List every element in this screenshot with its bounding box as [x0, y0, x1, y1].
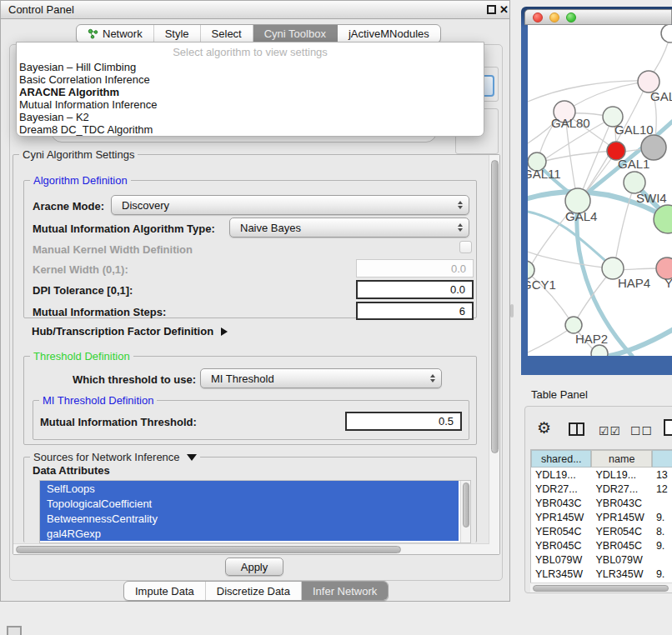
tab-style-label: Style	[165, 28, 189, 40]
bottom-tabbar: Impute Data Discretize Data Infer Networ…	[123, 581, 389, 601]
gear-icon[interactable]: ⚙	[537, 420, 551, 436]
tab-jactivemnodules-label: jActiveMNodules	[349, 28, 429, 40]
network-graph: GAL GAL80 GAL10 GAL1 GAL11 SWI4 GAL4 GCY…	[528, 25, 672, 356]
sources-group-title: Sources for Network Inference	[33, 451, 180, 463]
control-panel-titlebar[interactable]: Control Panel ✕	[1, 1, 509, 19]
network-canvas[interactable]: GAL GAL80 GAL10 GAL1 GAL11 SWI4 GAL4 GCY…	[528, 25, 672, 356]
settings-horizontal-scrollbar[interactable]	[13, 543, 489, 554]
table-horizontal-scrollbar[interactable]	[530, 582, 672, 592]
node-label: HAP2	[575, 332, 608, 346]
node[interactable]	[591, 345, 608, 356]
stepper-arrows-icon	[458, 201, 463, 209]
attributes-list-scrollbar[interactable]	[460, 481, 470, 542]
cell-shared-name: YBL079W	[531, 552, 591, 567]
cell-value: 8.	[652, 524, 672, 538]
which-threshold-value: MI Threshold	[201, 372, 430, 385]
attribute-item[interactable]: TopologicalCoefficient	[40, 496, 459, 511]
cell-name: YDR27...	[591, 482, 651, 496]
cell-value	[652, 552, 672, 567]
cell-name: YBR045C	[591, 538, 651, 552]
table-row[interactable]: YBR045C YBR045C 9.	[531, 538, 672, 552]
split-panel-icon[interactable]	[569, 422, 584, 436]
node-hap2[interactable]	[565, 317, 582, 333]
data-attributes-list[interactable]: SelfLoops TopologicalCoefficient Between…	[39, 480, 471, 543]
column-header-shared-name[interactable]: shared...	[531, 450, 591, 468]
node-label: HAP4	[618, 276, 650, 290]
node-label: GAL11	[528, 167, 561, 181]
apply-button[interactable]: Apply	[225, 558, 283, 576]
cell-shared-name: YER054C	[531, 524, 591, 538]
node-gcy1[interactable]	[528, 261, 534, 279]
mi-threshold-input[interactable]: 0.5	[345, 412, 462, 431]
float-window-icon[interactable]	[487, 5, 496, 14]
control-panel-tabbar: Network Style Select Cyni Toolbox jActiv…	[76, 24, 441, 43]
settings-vertical-scrollbar[interactable]	[489, 155, 499, 554]
table-rows: YDL19... YDL19... 13 YDR27... YDR27... 1…	[531, 468, 672, 582]
tab-jactivemnodules[interactable]: jActiveMNodules	[338, 25, 440, 42]
node-label: GAL10	[614, 122, 654, 137]
tab-impute-data[interactable]: Impute Data	[124, 582, 206, 600]
expander-right-icon[interactable]	[221, 328, 228, 336]
cell-shared-name: YDR27...	[531, 482, 591, 496]
tab-network[interactable]: Network	[77, 25, 154, 42]
select-all-columns-icon[interactable]: ☑☑	[599, 424, 621, 438]
kernel-width-input[interactable]: 0.0	[356, 259, 474, 278]
mi-algorithm-type-combo[interactable]: Naive Bayes	[229, 218, 469, 238]
mi-steps-input[interactable]: 6	[356, 302, 474, 320]
algorithm-item[interactable]: Bayesian – K2	[17, 111, 484, 123]
minimized-panel-icon[interactable]	[7, 626, 22, 635]
zoom-traffic-light-icon[interactable]	[566, 12, 576, 22]
table-row[interactable]: YER054C YER054C 8.	[531, 524, 672, 538]
table-row[interactable]: YBR043C YBR043C	[531, 496, 672, 510]
expander-down-icon[interactable]	[187, 454, 197, 461]
algorithm-item[interactable]: Mutual Information Inference	[17, 98, 484, 111]
table-panel-title: Table Panel	[531, 388, 588, 401]
cell-name: YBR043C	[591, 496, 651, 510]
aracne-mode-label: Aracne Mode:	[33, 200, 104, 212]
node[interactable]	[661, 25, 672, 42]
node-label: GAL	[650, 89, 672, 103]
minimize-traffic-light-icon[interactable]	[549, 12, 559, 22]
settings-horizontal-scrollbar-thumb[interactable]	[16, 546, 401, 553]
node-table[interactable]: shared... name YDL19... YDL19... 13 YDR2…	[530, 449, 672, 582]
close-traffic-light-icon[interactable]	[533, 12, 543, 22]
algorithm-item[interactable]: Bayesian – Hill Climbing	[17, 61, 484, 73]
algorithm-item-selected[interactable]: ARACNE Algorithm	[17, 86, 484, 98]
which-threshold-combo[interactable]: MI Threshold	[200, 368, 442, 388]
close-icon[interactable]: ✕	[499, 4, 509, 15]
deselect-all-columns-icon[interactable]: ☐☐	[630, 424, 653, 438]
document-icon[interactable]	[664, 419, 672, 436]
cell-value: 13	[652, 468, 672, 482]
attribute-item[interactable]: SelfLoops	[40, 481, 459, 496]
tab-infer-network[interactable]: Infer Network	[302, 582, 388, 600]
column-header-col3-partial[interactable]	[652, 450, 672, 468]
table-row[interactable]: YLR345W YLR345W 9.	[531, 567, 672, 581]
hub-tf-definition-expander[interactable]: Hub/Transcription Factor Definition	[32, 325, 228, 338]
panel-splitter-handle[interactable]	[510, 304, 514, 318]
sources-group: Sources for Network Inference Data Attri…	[23, 457, 477, 542]
node-label: Y	[664, 276, 672, 290]
tab-cyni-toolbox[interactable]: Cyni Toolbox	[253, 25, 338, 42]
tab-select[interactable]: Select	[201, 25, 253, 42]
attributes-list-scrollbar-thumb[interactable]	[463, 482, 469, 528]
table-row[interactable]: YDL19... YDL19... 13	[531, 468, 672, 482]
table-horizontal-scrollbar-thumb[interactable]	[533, 585, 669, 592]
aracne-mode-combo[interactable]: Discovery	[111, 195, 469, 215]
threshold-definition-title: Threshold Definition	[30, 350, 133, 362]
column-header-name[interactable]: name	[591, 450, 651, 468]
manual-kernel-width-checkbox[interactable]	[459, 241, 472, 253]
stepper-arrows-icon	[430, 374, 435, 382]
attribute-item[interactable]: BetweennessCentrality	[40, 511, 459, 526]
table-row[interactable]: YPR145W YPR145W 9.	[531, 510, 672, 524]
algorithm-item[interactable]: Basic Correlation Inference	[17, 73, 484, 86]
dpi-tolerance-input[interactable]: 0.0	[356, 280, 474, 299]
table-row[interactable]: YBL079W YBL079W	[531, 552, 672, 567]
sources-group-titlewrap[interactable]: Sources for Network Inference	[30, 451, 200, 463]
algorithm-item[interactable]: Dream8 DC_TDC Algorithm	[17, 123, 484, 136]
table-row[interactable]: YDR27... YDR27... 12	[531, 482, 672, 496]
tab-style[interactable]: Style	[154, 25, 201, 42]
network-window-titlebar[interactable]	[524, 9, 672, 25]
settings-vertical-scrollbar-thumb[interactable]	[491, 160, 499, 453]
attribute-item[interactable]: gal4RGexp	[40, 526, 459, 541]
tab-discretize-data[interactable]: Discretize Data	[206, 582, 302, 600]
